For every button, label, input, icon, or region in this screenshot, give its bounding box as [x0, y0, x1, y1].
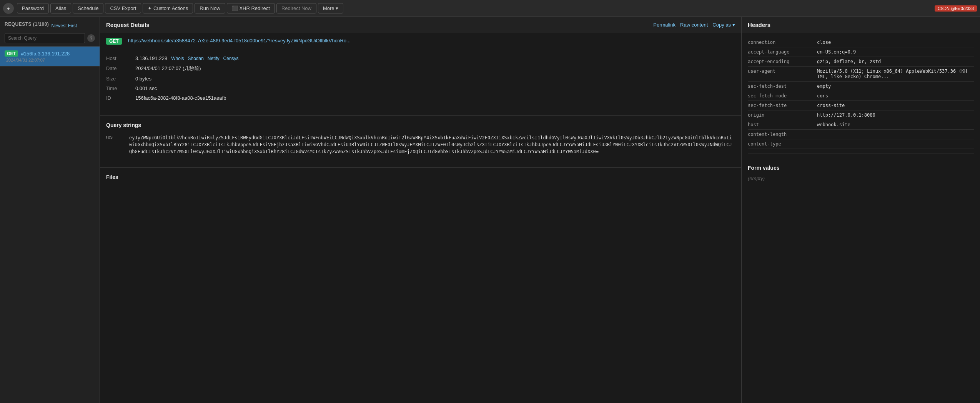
host-label: Host [106, 55, 129, 61]
id-label: ID [106, 95, 129, 101]
header-val: Mozilla/5.0 (X11; Linux x86_64) AppleWeb… [817, 67, 974, 82]
header-val [817, 130, 974, 139]
date-value: 2024/04/01 22:07:07 (几秒前) [135, 65, 201, 72]
info-table: Host 3.136.191.228 Whois Shodan Netify C… [100, 49, 741, 111]
app-icon: ● [3, 3, 14, 14]
header-val: empty [817, 82, 974, 91]
header-row: sec-fetch-site cross-site [748, 101, 974, 110]
time-value: 0.001 sec [135, 85, 157, 91]
raw-content-link[interactable]: Raw content [680, 22, 708, 28]
date-row: Date 2024/04/01 22:07:07 (几秒前) [106, 65, 735, 72]
schedule-button[interactable]: Schedule [73, 3, 103, 13]
header-row: content-type [748, 139, 974, 149]
header-val: gzip, deflate, br, zstd [817, 57, 974, 67]
header-key: origin [748, 110, 817, 120]
header-key: sec-fetch-dest [748, 82, 817, 91]
headers-table: connection close accept-language en-US,e… [748, 38, 974, 149]
censys-link[interactable]: Censys [223, 56, 239, 61]
password-button[interactable]: Password [17, 3, 49, 13]
header-val: en-US,en;q=0.9 [817, 47, 974, 57]
help-icon[interactable]: ? [87, 34, 95, 42]
run-now-button[interactable]: Run Now [195, 3, 225, 13]
request-details-title: Request Details [106, 22, 150, 28]
header-val [817, 139, 974, 149]
query-strings-section: Query strings res eyJyZWNpcGUiOltblkVhcn… [100, 122, 741, 163]
request-time: 2024/04/01 22:07:07 [5, 58, 95, 62]
sidebar-title: REQUESTS (1/100) [5, 22, 49, 27]
request-item-row: GET #156fa 3.136.191.228 [5, 50, 95, 57]
sidebar: REQUESTS (1/100) Newest First ? GET #156… [0, 17, 100, 403]
size-row: Size 0 bytes [106, 76, 735, 82]
request-id: #156fa 3.136.191.228 [21, 51, 70, 57]
method-badge: GET [5, 50, 18, 57]
header-val: cross-site [817, 101, 974, 110]
header-row: connection close [748, 38, 974, 47]
header-val: http://127.0.0.1:8080 [817, 110, 974, 120]
panel-actions: Permalink Raw content Copy as ▾ [653, 22, 735, 28]
id-value: 156fac6a-2082-48f8-aa08-c3ea151aeafb [135, 95, 226, 101]
xhr-redirect-button[interactable]: ⬛ XHR Redirect [227, 3, 275, 13]
header-row: content-length [748, 130, 974, 139]
search-row: ? [5, 33, 95, 43]
permalink-link[interactable]: Permalink [653, 22, 676, 28]
form-values-empty: (empty) [748, 176, 765, 181]
custom-actions-button[interactable]: ✦ Custom Actions [143, 3, 193, 13]
header-key: host [748, 120, 817, 130]
form-values-section: Form values (empty) [742, 154, 980, 186]
qs-row: res eyJyZWNpcGUiOltblkVhcnRoIiwiRmlyZSJd… [106, 133, 735, 157]
host-row: Host 3.136.191.228 Whois Shodan Netify C… [106, 55, 735, 61]
header-row: sec-fetch-dest empty [748, 82, 974, 91]
header-val: cors [817, 91, 974, 101]
header-row: sec-fetch-mode cors [748, 91, 974, 101]
header-row: accept-encoding gzip, deflate, br, zstd [748, 57, 974, 67]
header-key: sec-fetch-site [748, 101, 817, 110]
topbar: ● Password Alias Schedule CSV Export ✦ C… [0, 0, 980, 17]
files-section: Files [100, 174, 741, 191]
form-values-title: Form values [748, 165, 974, 171]
header-key: accept-language [748, 47, 817, 57]
redirect-now-button[interactable]: Redirect Now [276, 3, 316, 13]
header-val: close [817, 38, 974, 47]
whois-link[interactable]: Whois [171, 56, 184, 61]
size-label: Size [106, 76, 129, 82]
date-label: Date [106, 65, 129, 71]
header-key: accept-encoding [748, 57, 817, 67]
header-key: connection [748, 38, 817, 47]
alias-button[interactable]: Alias [50, 3, 71, 13]
center-panel: Request Details Permalink Raw content Co… [100, 17, 742, 403]
header-row: origin http://127.0.0.1:8080 [748, 110, 974, 120]
shodan-link[interactable]: Shodan [188, 56, 203, 61]
size-value: 0 bytes [135, 76, 151, 82]
headers-section-header: Headers [742, 17, 980, 33]
center-panel-header: Request Details Permalink Raw content Co… [100, 17, 741, 33]
content-area: Request Details Permalink Raw content Co… [100, 17, 980, 403]
request-details-panel: Request Details Permalink Raw content Co… [100, 17, 980, 403]
divider-2 [100, 167, 741, 168]
netify-link[interactable]: Netify [208, 56, 220, 61]
header-val: webhook.site [817, 120, 974, 130]
header-key: sec-fetch-mode [748, 91, 817, 101]
qs-key: res [106, 133, 129, 157]
time-row: Time 0.001 sec [106, 85, 735, 91]
search-input[interactable] [5, 33, 85, 43]
divider-1 [100, 115, 741, 116]
more-button[interactable]: More ▾ [318, 3, 343, 13]
query-strings-title: Query strings [106, 122, 735, 128]
id-row: ID 156fac6a-2082-48f8-aa08-c3ea151aeafb [106, 95, 735, 101]
header-row: host webhook.site [748, 120, 974, 130]
host-value-row: 3.136.191.228 Whois Shodan Netify Censys [135, 55, 239, 61]
request-item[interactable]: GET #156fa 3.136.191.228 2024/04/01 22:0… [0, 47, 100, 67]
host-value: 3.136.191.228 [135, 55, 167, 61]
headers-section-content: connection close accept-language en-US,e… [742, 33, 980, 154]
copy-as-button[interactable]: Copy as ▾ [712, 22, 735, 28]
time-label: Time [106, 85, 129, 91]
newest-first-button[interactable]: Newest First [51, 23, 77, 28]
url-method-badge: GET [106, 38, 122, 45]
right-panel: Headers connection close accept-language… [742, 17, 980, 403]
files-title: Files [106, 174, 735, 180]
header-row: user-agent Mozilla/5.0 (X11; Linux x86_6… [748, 67, 974, 82]
csdn-badge: CSDN @Err0r2333 [935, 5, 977, 12]
url-value: https://webhook.site/a3588472-7e2e-48f9-… [128, 38, 351, 43]
csv-export-button[interactable]: CSV Export [105, 3, 141, 13]
header-row: accept-language en-US,en;q=0.9 [748, 47, 974, 57]
